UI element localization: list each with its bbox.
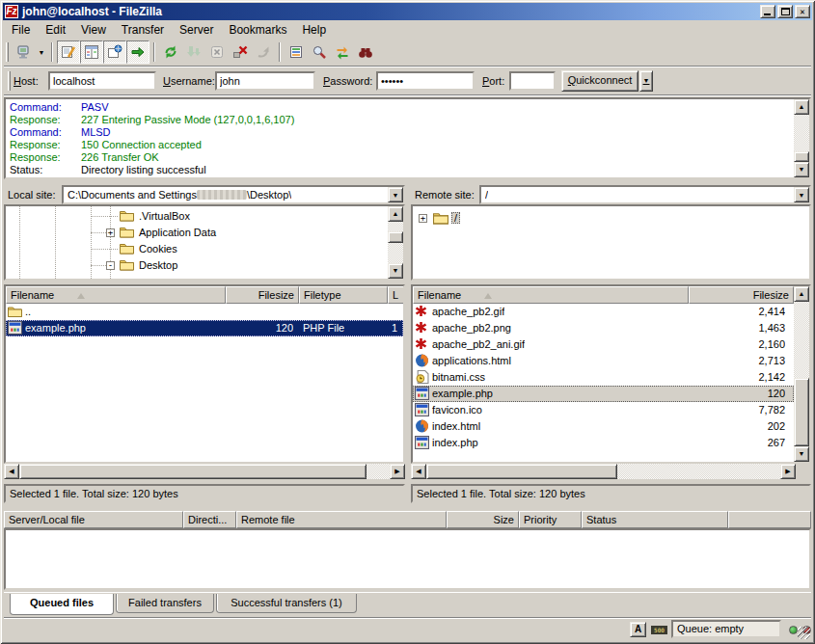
scroll-down-icon[interactable]: ▼ (388, 263, 403, 279)
tab-failed-transfers[interactable]: Failed transfers (116, 594, 214, 613)
scroll-down-icon[interactable]: ▼ (794, 162, 809, 177)
column-priority[interactable]: Priority (519, 511, 582, 528)
scroll-right-icon[interactable]: ▶ (390, 464, 405, 479)
speed-limit-icon[interactable]: 500 (651, 626, 667, 634)
column-server-local-file[interactable]: Server/Local file (4, 511, 183, 528)
remote-site-combobox[interactable]: / ▼ (479, 185, 811, 204)
site-manager-dropdown-button[interactable]: ▼ (36, 40, 47, 64)
find-files-button[interactable] (354, 40, 377, 64)
menu-edit[interactable]: Edit (38, 21, 73, 39)
scroll-up-icon[interactable]: ▲ (794, 286, 809, 302)
process-queue-button[interactable] (182, 40, 205, 64)
menu-help[interactable]: Help (294, 21, 334, 39)
resize-grip[interactable] (798, 627, 810, 639)
close-button[interactable]: ✕ (795, 5, 810, 18)
file-row[interactable]: index.php 267 (413, 435, 794, 451)
menu-transfer[interactable]: Transfer (114, 21, 172, 39)
maximize-button[interactable] (777, 5, 793, 18)
file-row[interactable]: index.html 202 (413, 418, 794, 435)
refresh-button[interactable] (159, 40, 182, 64)
title-bar[interactable]: Fz john@localhost - FileZilla ✕ (3, 3, 812, 20)
column-last-modified[interactable]: L (388, 286, 405, 304)
reconnect-button[interactable] (252, 40, 275, 64)
local-list-hscrollbar[interactable]: ◀ ▶ (4, 464, 405, 479)
log-scrollbar[interactable]: ▲ ▼ (794, 99, 809, 177)
menu-file[interactable]: File (4, 21, 38, 39)
local-site-combobox[interactable]: C:\Documents and Settings\Desktop\ ▼ (62, 185, 405, 204)
message-log[interactable]: Command:PASV Response:227 Entering Passi… (4, 97, 811, 179)
remote-list-hscrollbar[interactable]: ◀ ▶ (411, 464, 796, 479)
file-row[interactable]: favicon.ico 7,782 (413, 402, 794, 418)
column-filetype[interactable]: Filetype (299, 286, 388, 304)
expand-plus-icon[interactable]: + (419, 214, 427, 223)
local-site-dropdown-icon[interactable]: ▼ (388, 187, 403, 202)
synchronized-browsing-button[interactable] (331, 40, 354, 64)
username-input[interactable] (215, 71, 315, 91)
column-filename[interactable]: Filename (413, 286, 689, 304)
tab-successful-transfers[interactable]: Successful transfers (1) (216, 594, 357, 613)
file-row-selected[interactable]: example.php 120 (413, 386, 794, 402)
scroll-up-icon[interactable]: ▲ (794, 99, 809, 115)
column-filesize[interactable]: Filesize (689, 286, 794, 304)
file-row-parent[interactable]: .. (6, 304, 403, 320)
file-row[interactable]: apache_pb2_ani.gif 2,160 (413, 336, 794, 353)
scrollbar-thumb[interactable] (426, 464, 617, 479)
scrollbar-thumb[interactable] (19, 464, 367, 479)
scroll-down-icon[interactable]: ▼ (794, 446, 809, 462)
port-input[interactable] (509, 71, 556, 91)
scroll-left-icon[interactable]: ◀ (411, 464, 426, 479)
local-tree-scrollbar[interactable]: ▲ ▼ (388, 206, 403, 279)
file-row[interactable]: apache_pb2.png 1,463 (413, 320, 794, 336)
tree-item-cookies[interactable]: Cookies (6, 241, 388, 257)
tab-queued-files[interactable]: Queued files (10, 594, 114, 615)
tree-item-root[interactable]: + / (413, 210, 807, 227)
column-remote-file[interactable]: Remote file (236, 511, 447, 528)
expand-plus-icon[interactable]: + (106, 228, 115, 237)
scrollbar-thumb[interactable] (388, 231, 403, 243)
cancel-button[interactable] (205, 40, 229, 64)
column-direction[interactable]: Directi... (183, 511, 236, 528)
remote-directory-tree[interactable]: + / (411, 204, 811, 281)
column-size[interactable]: Size (447, 511, 519, 528)
filezilla-app-icon[interactable]: Fz (5, 5, 18, 18)
password-input[interactable] (376, 71, 475, 91)
toggle-transfer-queue-button[interactable] (126, 40, 149, 64)
tree-item-application-data[interactable]: + Application Data (6, 225, 388, 241)
scrollbar-thumb[interactable] (794, 378, 809, 446)
file-row-selected[interactable]: example.php 120 PHP File 1 (6, 320, 403, 336)
collapse-minus-icon[interactable]: - (106, 261, 115, 270)
directory-compare-button[interactable] (308, 40, 331, 64)
site-manager-button[interactable] (13, 40, 36, 64)
remote-file-list[interactable]: Filename Filesize apache_pb2.gif 2,414 a… (411, 284, 811, 464)
menu-view[interactable]: View (73, 21, 114, 39)
transfer-type-indicator[interactable]: A (630, 622, 646, 637)
file-row[interactable]: apache_pb2.gif 2,414 (413, 304, 794, 320)
directory-filter-button[interactable] (285, 40, 308, 64)
file-row[interactable]: bitnami.css 2,142 (413, 369, 794, 386)
column-filesize[interactable]: Filesize (226, 286, 299, 304)
local-directory-tree[interactable]: .VirtualBox + Application Data Cookies -… (4, 204, 405, 281)
column-status[interactable]: Status (582, 511, 728, 528)
quickconnect-dropdown-button[interactable]: ▼ (639, 70, 653, 92)
remote-list-scrollbar[interactable]: ▲ ▼ (794, 286, 809, 462)
remote-site-dropdown-icon[interactable]: ▼ (794, 187, 809, 202)
column-filename[interactable]: Filename (6, 286, 226, 304)
toggle-local-tree-button[interactable] (80, 40, 103, 64)
tree-item-virtualbox[interactable]: .VirtualBox (6, 208, 388, 225)
queue-list[interactable] (4, 528, 811, 590)
toggle-message-log-button[interactable] (57, 40, 80, 64)
menu-bookmarks[interactable]: Bookmarks (221, 21, 294, 39)
file-row[interactable]: applications.html 2,713 (413, 353, 794, 369)
toggle-remote-tree-button[interactable] (103, 40, 126, 64)
local-file-list[interactable]: Filename Filesize Filetype L .. example.… (4, 284, 405, 464)
scroll-right-icon[interactable]: ▶ (780, 464, 796, 479)
quickconnect-button[interactable]: Quickconnect (561, 70, 638, 92)
tree-item-desktop[interactable]: - Desktop (6, 257, 388, 274)
scrollbar-thumb[interactable] (794, 151, 809, 162)
menu-server[interactable]: Server (172, 21, 221, 39)
host-input[interactable] (48, 71, 156, 91)
scroll-up-icon[interactable]: ▲ (388, 206, 403, 222)
minimize-button[interactable] (760, 5, 775, 18)
disconnect-button[interactable] (229, 40, 252, 64)
scroll-left-icon[interactable]: ◀ (4, 464, 19, 479)
